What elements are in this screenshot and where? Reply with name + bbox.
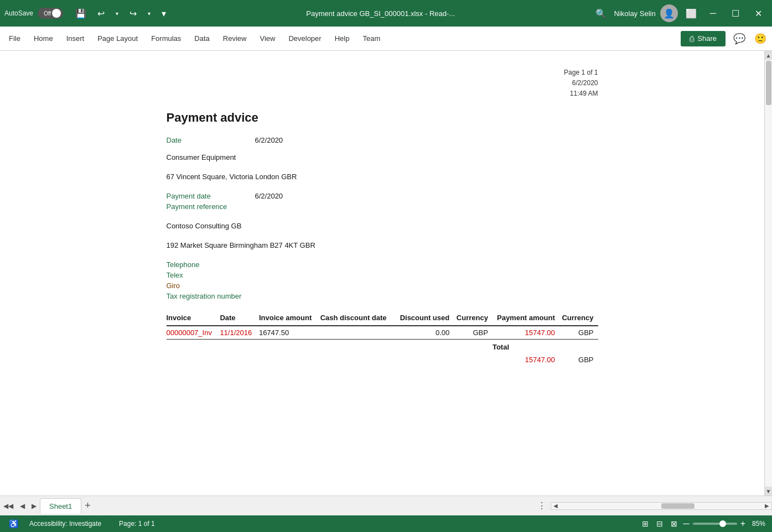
page-info: Page 1 of 1 6/2/2020 11:49 AM (167, 67, 598, 100)
payment-date-label: Payment date (167, 192, 244, 200)
menu-page-layout[interactable]: Page Layout (91, 30, 144, 47)
tab-nav-first[interactable]: ◀◀ (0, 500, 17, 512)
restore-button[interactable]: ☐ (726, 6, 745, 21)
col-discount-used: Discount used (396, 311, 454, 326)
tab-options-button[interactable]: ⋮ (533, 498, 551, 513)
telex-row: Telex (167, 271, 598, 279)
col-currency2: Currency (559, 311, 598, 326)
zoom-slider[interactable] (693, 523, 737, 525)
menu-insert[interactable]: Insert (60, 30, 91, 47)
page-layout-button[interactable]: ⊟ (654, 518, 665, 529)
payment-date-value: 6/2/2020 (255, 192, 283, 200)
autosave-knob (52, 9, 61, 18)
date-row: Date 6/2/2020 (167, 136, 598, 144)
minimize-button[interactable]: ─ (704, 6, 722, 20)
sheet-tab-1[interactable]: Sheet1 (40, 498, 81, 514)
invoice-table: Invoice Date Invoice amount Cash discoun… (167, 311, 598, 366)
print-time: 11:49 AM (167, 88, 598, 99)
date-label: Date (167, 136, 244, 144)
menu-view[interactable]: View (253, 30, 282, 47)
comment-button[interactable]: 💬 (730, 30, 749, 47)
scroll-up-arrow[interactable]: ▲ (765, 51, 773, 60)
sheet-content[interactable]: Page 1 of 1 6/2/2020 11:49 AM Payment ad… (0, 51, 764, 496)
autosave-toggle[interactable]: Off (38, 8, 63, 19)
sheet-tabs-area: ◀◀ ◀ ▶ Sheet1 + ⋮ ◀ ▶ (0, 496, 772, 515)
tax-reg-row: Tax registration number (167, 292, 598, 300)
cell-invoice: 00000007_Inv (167, 326, 220, 340)
consumer-address: 67 Vincent Square, Victoria London GBR (167, 173, 598, 181)
page-break-button[interactable]: ⊠ (669, 518, 680, 529)
undo-dropdown-button[interactable]: ▾ (112, 8, 122, 19)
search-button[interactable]: 🔍 (592, 6, 610, 21)
horizontal-scrollbar[interactable]: ◀ ▶ (551, 502, 772, 510)
zoom-area: ⊞ ⊟ ⊠ ─ + 85% (640, 518, 765, 529)
cell-payment-amount: 15747.00 (493, 326, 559, 340)
sheet-tabs-right: ⋮ ◀ ▶ (533, 498, 772, 513)
print-date: 6/2/2020 (167, 78, 598, 88)
consumer-name: Consumer Equipment (167, 153, 598, 161)
col-payment-amount: Payment amount (493, 311, 559, 326)
col-invoice-amount: Invoice amount (259, 311, 320, 326)
user-area: 🔍 Nikolay Selin 👤 ⬜ ─ ☐ ✕ (592, 4, 768, 22)
share-label: Share (697, 34, 717, 43)
payment-date-row: Payment date 6/2/2020 (167, 192, 598, 200)
share-button[interactable]: ⎙ Share (681, 31, 726, 46)
menu-review[interactable]: Review (216, 30, 253, 47)
menu-file[interactable]: File (2, 30, 27, 47)
scroll-thumb[interactable] (766, 61, 771, 105)
bottom-status-bar: ♿ Accessibility: Investigate Page: 1 of … (0, 515, 772, 532)
total-row: Total (167, 339, 598, 353)
emoji-button[interactable]: 🙂 (751, 30, 770, 47)
h-scroll-thumb[interactable] (661, 503, 695, 509)
document: Page 1 of 1 6/2/2020 11:49 AM Payment ad… (133, 51, 631, 399)
file-title: Payment advice GB_SI_000001.xlsx - Read-… (174, 9, 587, 18)
h-scroll-right[interactable]: ▶ (763, 503, 771, 509)
zoom-slider-thumb[interactable] (719, 520, 726, 527)
zoom-in-button[interactable]: + (740, 519, 745, 529)
menu-home[interactable]: Home (27, 30, 60, 47)
share-icon: ⎙ (690, 34, 694, 43)
col-invoice: Invoice (167, 311, 220, 326)
contact-section: Telephone Telex Giro Tax registration nu… (167, 260, 598, 300)
vertical-scrollbar[interactable]: ▲ ▼ (764, 51, 772, 496)
normal-view-button[interactable]: ⊞ (640, 518, 651, 529)
user-name: Nikolay Selin (614, 9, 656, 18)
menu-formulas[interactable]: Formulas (144, 30, 188, 47)
payment-section: Payment date 6/2/2020 Payment reference (167, 192, 598, 211)
accessibility-icon[interactable]: ♿ (7, 518, 20, 529)
telephone-row: Telephone (167, 260, 598, 269)
scroll-down-arrow[interactable]: ▼ (765, 487, 773, 496)
add-sheet-button[interactable]: + (81, 498, 94, 514)
company-section: Contoso Consulting GB 192 Market Square … (167, 222, 598, 249)
consumer-section: Consumer Equipment 67 Vincent Square, Vi… (167, 153, 598, 181)
save-button[interactable]: 💾 (72, 6, 90, 21)
menu-data[interactable]: Data (188, 30, 216, 47)
table-row: 00000007_Inv 11/1/2016 16747.50 0.00 GBP… (167, 326, 598, 340)
col-currency1: Currency (454, 311, 493, 326)
accessibility-text: Accessibility: Investigate (29, 520, 101, 528)
tax-reg-label: Tax registration number (167, 292, 244, 300)
undo-button[interactable]: ↩ (94, 6, 108, 21)
company-name: Contoso Consulting GB (167, 222, 598, 230)
title-bar: AutoSave Off 💾 ↩ ▾ ↪ ▾ ▾ Payment advice … (0, 0, 772, 27)
telex-label: Telex (167, 271, 244, 279)
cell-invoice-amount: 16747.50 (259, 326, 320, 340)
zoom-out-button[interactable]: ─ (683, 519, 689, 529)
customize-qat-button[interactable]: ▾ (158, 6, 169, 21)
tab-nav-prev[interactable]: ◀ (17, 500, 28, 512)
menu-help[interactable]: Help (328, 30, 356, 47)
h-scroll-left[interactable]: ◀ (551, 503, 560, 509)
cell-date: 11/1/2016 (220, 326, 259, 340)
autosave-state: Off (44, 11, 51, 17)
telephone-label: Telephone (167, 260, 244, 269)
ribbon-display-button[interactable]: ⬜ (682, 6, 700, 21)
menu-developer[interactable]: Developer (282, 30, 328, 47)
autosave-label: AutoSave (4, 9, 33, 17)
close-button[interactable]: ✕ (749, 6, 768, 21)
tab-nav-next[interactable]: ▶ (28, 500, 40, 512)
avatar[interactable]: 👤 (660, 4, 678, 22)
main-area: Page 1 of 1 6/2/2020 11:49 AM Payment ad… (0, 51, 772, 496)
menu-team[interactable]: Team (356, 30, 387, 47)
redo-dropdown-button[interactable]: ▾ (144, 8, 154, 19)
redo-button[interactable]: ↪ (126, 6, 140, 21)
